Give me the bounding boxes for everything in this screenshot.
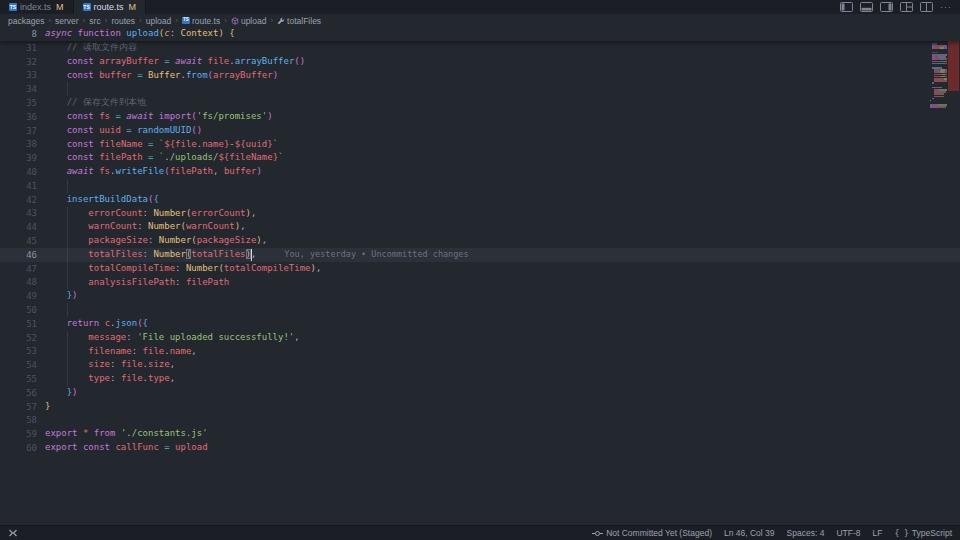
- sticky-scroll-line[interactable]: 8async function upload(c: Context) {: [0, 27, 960, 41]
- code-line[interactable]: 37 const uuid = randomUUID(): [0, 124, 960, 138]
- code-token: ) {: [218, 28, 234, 38]
- breadcrumb-item[interactable]: upload: [231, 16, 267, 26]
- code-line[interactable]: 40 await fs.writeFile(filePath, buffer): [0, 165, 960, 179]
- code-token: [45, 208, 88, 218]
- line-text: }): [45, 289, 78, 303]
- code-line[interactable]: 60export const callFunc = upload: [0, 441, 960, 455]
- toggle-primary-sidebar-icon[interactable]: [840, 2, 853, 12]
- code-token: ,: [316, 263, 321, 273]
- code-line[interactable]: 49 }): [0, 289, 960, 303]
- code-line[interactable]: 47 totalCompileTime: Number(totalCompile…: [0, 262, 960, 276]
- line-number: 38: [0, 139, 45, 149]
- code-token: from: [186, 70, 208, 80]
- code-line[interactable]: 32 const arrayBuffer = await file.arrayB…: [0, 55, 960, 69]
- code-line[interactable]: 55 type: file.type,: [0, 372, 960, 386]
- editor-tab[interactable]: TSindex.tsM: [0, 0, 74, 14]
- line-number: 43: [0, 208, 45, 218]
- code-line[interactable]: 58: [0, 414, 960, 428]
- remote-indicator-button[interactable]: [8, 528, 18, 538]
- code-token: ): [267, 111, 272, 121]
- minimap-token: [943, 96, 944, 98]
- breadcrumb-item[interactable]: server: [55, 16, 79, 26]
- editor-tab[interactable]: TSroute.tsM: [74, 0, 147, 14]
- code-token: totalFiles: [191, 249, 245, 259]
- code-area[interactable]: 31 // 读取文件内容32 const arrayBuffer = await…: [0, 41, 960, 455]
- line-number: 45: [0, 236, 45, 246]
- status-item[interactable]: UTF-8: [836, 528, 860, 538]
- line-text: const arrayBuffer = await file.arrayBuff…: [45, 55, 305, 69]
- code-token: :: [143, 249, 154, 259]
- code-line[interactable]: 57}: [0, 400, 960, 414]
- code-line[interactable]: 39 const filePath = `./uploads/${fileNam…: [0, 151, 960, 165]
- customize-layout-icon[interactable]: [900, 2, 913, 12]
- breadcrumb-item[interactable]: src: [89, 16, 100, 26]
- status-item[interactable]: { }TypeScript: [894, 528, 952, 538]
- line-text: return c.json({: [45, 317, 148, 331]
- code-line[interactable]: 43 errorCount: Number(errorCount),: [0, 207, 960, 221]
- line-number: 56: [0, 388, 45, 398]
- braces-icon: { }: [894, 529, 908, 538]
- breadcrumb-item[interactable]: totalFiles: [277, 16, 321, 26]
- code-line[interactable]: 42 insertBuildData({: [0, 193, 960, 207]
- code-token: [45, 56, 67, 66]
- code-line[interactable]: 51 return c.json({: [0, 317, 960, 331]
- code-token: =: [121, 125, 137, 135]
- code-line[interactable]: 45 packageSize: Number(packageSize),: [0, 234, 960, 248]
- breadcrumb-item[interactable]: routes: [111, 16, 135, 26]
- code-token: name: [202, 139, 224, 149]
- status-item[interactable]: Ln 46, Col 39: [724, 528, 775, 538]
- editor[interactable]: 8async function upload(c: Context) { 31 …: [0, 27, 960, 525]
- line-number: 48: [0, 277, 45, 287]
- status-item[interactable]: Spaces: 4: [787, 528, 825, 538]
- code-line[interactable]: 31 // 读取文件内容: [0, 41, 960, 55]
- code-line[interactable]: 41: [0, 179, 960, 193]
- minimap-token: [933, 82, 934, 84]
- code-line[interactable]: 38 const fileName = `${file.name}-${uuid…: [0, 138, 960, 152]
- code-token: async: [45, 28, 78, 38]
- status-item[interactable]: LF: [872, 528, 882, 538]
- code-line[interactable]: 48 analysisFilePath: filePath: [0, 276, 960, 290]
- code-token: ,: [170, 373, 175, 383]
- code-token: message: [88, 332, 126, 342]
- line-number: 47: [0, 264, 45, 274]
- code-token: file: [143, 346, 165, 356]
- status-label: TypeScript: [912, 528, 952, 538]
- code-line[interactable]: 56 }): [0, 386, 960, 400]
- split-editor-icon[interactable]: [920, 2, 933, 12]
- code-line[interactable]: 46 totalFiles: Number(totalFiles),You, y…: [0, 248, 960, 262]
- code-token: [45, 318, 67, 328]
- breadcrumb: packages›server›src›routes›upload›TSrout…: [0, 14, 960, 27]
- code-token: totalCompileTime: [224, 263, 311, 273]
- code-token: =: [132, 70, 148, 80]
- breadcrumb-item[interactable]: upload: [146, 16, 172, 26]
- breadcrumb-item[interactable]: TSroute.ts: [182, 16, 220, 26]
- more-actions-icon[interactable]: ···: [940, 3, 952, 12]
- breadcrumb-label: routes: [111, 16, 135, 26]
- code-line[interactable]: 36 const fs = await import('fs/promises'…: [0, 110, 960, 124]
- breadcrumb-item[interactable]: packages: [8, 16, 44, 26]
- toggle-secondary-sidebar-icon[interactable]: [880, 2, 893, 12]
- code-token: const: [67, 56, 100, 66]
- code-line[interactable]: 50: [0, 303, 960, 317]
- code-line[interactable]: 54 size: file.size,: [0, 358, 960, 372]
- code-line[interactable]: 33 const buffer = Buffer.from(arrayBuffe…: [0, 69, 960, 83]
- minimap[interactable]: [930, 27, 947, 525]
- line-text: // 读取文件内容: [45, 41, 137, 55]
- code-token: :: [126, 332, 137, 342]
- code-line[interactable]: 34: [0, 82, 960, 96]
- breadcrumb-separator-icon: ›: [82, 16, 87, 25]
- code-line[interactable]: 53 filename: file.name,: [0, 345, 960, 359]
- status-item[interactable]: Not Committed Yet (Staged): [592, 528, 712, 538]
- toggle-panel-icon[interactable]: [860, 2, 873, 12]
- code-token: ): [72, 290, 77, 300]
- status-label: LF: [872, 528, 882, 538]
- code-token: file: [121, 359, 143, 369]
- code-token: analysisFilePath: [88, 277, 175, 287]
- code-line[interactable]: 59export * from './constants.js': [0, 427, 960, 441]
- code-line[interactable]: 52 message: 'File uploaded successfully!…: [0, 331, 960, 345]
- line-text: }): [45, 386, 78, 400]
- code-token: Number: [153, 208, 186, 218]
- status-label: Not Committed Yet (Staged): [606, 528, 712, 538]
- code-line[interactable]: 35 // 保存文件到本地: [0, 96, 960, 110]
- code-line[interactable]: 44 warnCount: Number(warnCount),: [0, 220, 960, 234]
